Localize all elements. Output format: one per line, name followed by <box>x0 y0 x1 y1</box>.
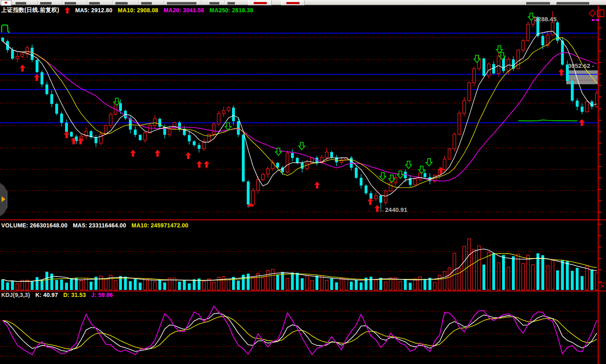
kdj-d-value: D: 31.53 <box>63 292 86 298</box>
chart-corner-icons <box>588 9 605 23</box>
diamond-icon[interactable] <box>589 10 596 17</box>
split-window-icon[interactable] <box>597 10 604 17</box>
magenta-mark <box>592 19 595 21</box>
instrument-title: 上证指数(日线.前复权) <box>1 7 59 14</box>
terminal-window: 上证指数(日线.前复权) MA5: 2912.80 MA10: 2908.08 … <box>0 0 606 364</box>
chart-canvas[interactable] <box>0 0 606 364</box>
data-start-marker-icon <box>0 24 11 34</box>
up-arrow-icon <box>65 7 70 13</box>
ma5-value: MA5: 2912.80 <box>75 7 113 13</box>
trough-price-label: ←2440.91 <box>379 206 407 213</box>
price-pane-header: 上证指数(日线.前复权) MA5: 2912.80 MA10: 2908.08 … <box>1 7 253 14</box>
kdj-name: KDJ(9,3,3) <box>1 292 30 298</box>
kdj-k-value: K: 40.97 <box>35 292 58 298</box>
kdj-j-value: J: 59.86 <box>91 292 113 298</box>
current-price-label: 3052.62 - <box>568 62 594 69</box>
axis-close-button[interactable]: ✕ <box>600 283 605 290</box>
volume-value: VOLUME: 266301648.00 <box>1 222 68 229</box>
ma20-value: MA20: 3041.56 <box>164 7 204 13</box>
ma10-value: MA10: 2908.08 <box>118 7 158 13</box>
peak-price-label: 3288.45 <box>534 16 556 22</box>
volume-ma10-value: MA10: 245971472.00 <box>131 222 188 229</box>
kdj-pane-header: KDJ(9,3,3) K: 40.97 D: 31.53 J: 59.86 <box>1 292 113 298</box>
magenta-mark <box>596 19 599 21</box>
volume-ma5-value: MA5: 233116464.00 <box>73 222 126 229</box>
expand-arrow-icon <box>2 196 5 202</box>
ma250-value: MA250: 2818.38 <box>210 7 253 13</box>
volume-pane-header: VOLUME: 266301648.00 MA5: 233116464.00 M… <box>1 222 188 229</box>
